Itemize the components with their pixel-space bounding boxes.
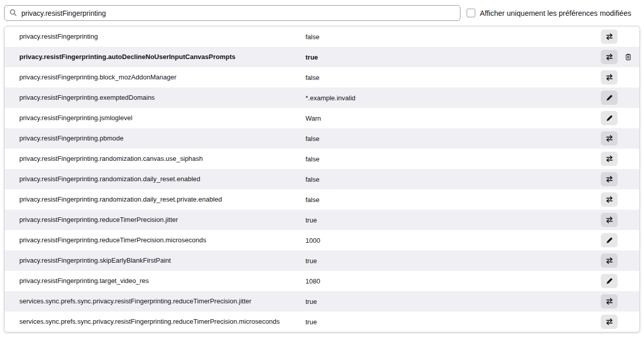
swap-arrows-icon — [605, 297, 614, 305]
pref-value: true — [305, 298, 601, 305]
row-actions — [601, 192, 639, 207]
table-row: privacy.resistFingerprinting.exemptedDom… — [5, 88, 639, 108]
toggle-button[interactable] — [601, 294, 618, 308]
row-actions — [601, 30, 639, 44]
swap-arrows-icon — [605, 33, 614, 41]
table-row: privacy.resistFingerprinting.target_vide… — [5, 271, 639, 291]
row-actions — [601, 233, 639, 247]
filter-modified-label: Afficher uniquement les préférences modi… — [480, 9, 631, 17]
row-actions — [601, 91, 639, 105]
table-row: privacy.resistFingerprinting.randomizati… — [5, 169, 639, 189]
trash-icon — [624, 53, 632, 61]
swap-arrows-icon — [605, 257, 614, 265]
pencil-icon — [605, 94, 613, 102]
swap-arrows-icon — [605, 134, 614, 143]
edit-button[interactable] — [601, 274, 618, 288]
table-row: services.sync.prefs.sync.privacy.resistF… — [5, 291, 639, 312]
toggle-button[interactable] — [601, 172, 618, 186]
row-actions — [601, 131, 639, 146]
row-actions — [601, 70, 639, 84]
pencil-icon — [605, 237, 613, 244]
pref-value: false — [305, 135, 601, 143]
pref-name: privacy.resistFingerprinting — [5, 31, 305, 42]
prefs-table: privacy.resistFingerprinting false priva… — [4, 26, 640, 332]
row-actions — [601, 50, 639, 64]
toggle-button[interactable] — [601, 213, 618, 227]
pref-value: true — [305, 257, 601, 265]
pref-value: true — [305, 318, 601, 326]
toggle-button[interactable] — [601, 70, 618, 84]
table-row: privacy.resistFingerprinting.autoDecline… — [5, 47, 639, 67]
pref-name: privacy.resistFingerprinting.skipEarlyBl… — [5, 255, 305, 266]
pref-value: 1080 — [305, 277, 601, 285]
swap-arrows-icon — [605, 318, 614, 326]
pref-name: services.sync.prefs.sync.privacy.resistF… — [5, 316, 305, 327]
search-input[interactable] — [4, 5, 461, 21]
toggle-button[interactable] — [601, 30, 618, 44]
toggle-button[interactable] — [601, 152, 618, 166]
swap-arrows-icon — [605, 53, 614, 61]
table-row: privacy.resistFingerprinting.randomizati… — [5, 149, 639, 169]
pencil-icon — [605, 115, 613, 122]
pref-value: false — [305, 196, 601, 204]
row-actions — [601, 253, 639, 268]
pref-name: privacy.resistFingerprinting.autoDecline… — [5, 51, 305, 63]
table-row: privacy.resistFingerprinting.jsmloglevel… — [5, 108, 639, 128]
toggle-button[interactable] — [601, 50, 618, 64]
row-actions — [601, 111, 639, 125]
table-row: services.sync.prefs.sync.privacy.resistF… — [5, 312, 639, 332]
pref-value: false — [305, 74, 601, 81]
pref-name: services.sync.prefs.sync.privacy.resistF… — [5, 296, 305, 307]
row-actions — [601, 213, 639, 227]
pencil-icon — [605, 277, 613, 285]
filter-modified-wrapper: Afficher uniquement les préférences modi… — [467, 9, 631, 17]
pref-name: privacy.resistFingerprinting.jsmloglevel — [5, 112, 305, 124]
search-field-wrapper — [4, 5, 461, 21]
pref-value: *.example.invalid — [305, 94, 601, 102]
pref-name: privacy.resistFingerprinting.reduceTimer… — [5, 235, 305, 246]
row-actions — [601, 315, 639, 329]
pref-name: privacy.resistFingerprinting.block_mozAd… — [5, 72, 305, 83]
swap-arrows-icon — [605, 216, 614, 224]
swap-arrows-icon — [605, 195, 614, 204]
toggle-button[interactable] — [601, 192, 618, 207]
pref-value: false — [305, 33, 601, 41]
table-row: privacy.resistFingerprinting.reduceTimer… — [5, 210, 639, 230]
table-row: privacy.resistFingerprinting.randomizati… — [5, 189, 639, 210]
edit-button[interactable] — [601, 91, 618, 105]
table-row: privacy.resistFingerprinting false — [5, 26, 639, 47]
pref-name: privacy.resistFingerprinting.reduceTimer… — [5, 214, 305, 225]
pref-value: 1000 — [305, 237, 601, 244]
pref-name: privacy.resistFingerprinting.randomizati… — [5, 194, 305, 205]
pref-value: true — [305, 216, 601, 224]
pref-value: false — [305, 155, 601, 163]
pref-name: privacy.resistFingerprinting.randomizati… — [5, 153, 305, 164]
edit-button[interactable] — [601, 233, 618, 247]
table-row: privacy.resistFingerprinting.reduceTimer… — [5, 230, 639, 250]
row-actions — [601, 294, 639, 308]
row-actions — [601, 274, 639, 288]
pref-value: false — [305, 176, 601, 183]
row-actions — [601, 172, 639, 186]
pref-value: true — [305, 53, 601, 61]
filter-modified-checkbox[interactable] — [467, 9, 475, 17]
pref-name: privacy.resistFingerprinting.exemptedDom… — [5, 92, 305, 103]
table-row: privacy.resistFingerprinting.block_mozAd… — [5, 67, 639, 88]
config-toolbar: Afficher uniquement les préférences modi… — [0, 0, 644, 26]
pref-name: privacy.resistFingerprinting.pbmode — [5, 133, 305, 144]
toggle-button[interactable] — [601, 131, 618, 146]
pref-value: Warn — [305, 115, 601, 122]
toggle-button[interactable] — [601, 253, 618, 268]
pref-name: privacy.resistFingerprinting.randomizati… — [5, 174, 305, 185]
delete-button[interactable] — [622, 50, 635, 64]
table-row: privacy.resistFingerprinting.pbmode fals… — [5, 128, 639, 149]
row-actions — [601, 152, 639, 166]
swap-arrows-icon — [605, 155, 614, 163]
edit-button[interactable] — [601, 111, 618, 125]
swap-arrows-icon — [605, 73, 614, 81]
toggle-button[interactable] — [601, 315, 618, 329]
pref-name: privacy.resistFingerprinting.target_vide… — [5, 275, 305, 287]
table-row: privacy.resistFingerprinting.skipEarlyBl… — [5, 250, 639, 271]
swap-arrows-icon — [605, 175, 614, 183]
